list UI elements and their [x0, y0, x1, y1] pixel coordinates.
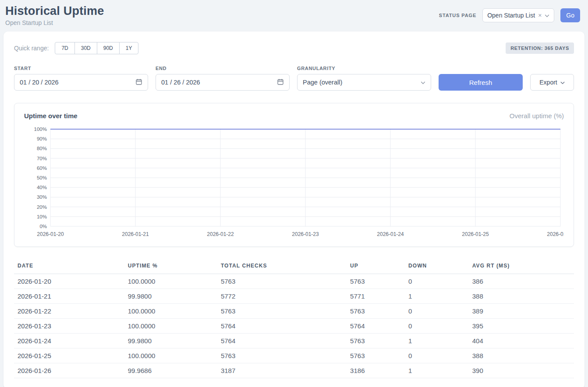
table-cell: 100.0000	[124, 274, 217, 289]
table-cell: 2026-01-20	[14, 274, 124, 289]
table-row: 2026-01-20100.0000576357630386	[14, 274, 574, 289]
page-header: Historical Uptime Open Startup List STAT…	[0, 0, 588, 31]
y-tick-label: 70%	[37, 156, 47, 161]
table-cell: 388	[469, 348, 574, 363]
table-cell: 5763	[347, 334, 405, 348]
page-title: Historical Uptime	[5, 4, 104, 18]
table-cell: 5772	[217, 289, 347, 304]
uptime-line-chart: 100%90%80%70%60%50%40%30%20%10%0%2026-01…	[24, 126, 564, 239]
y-tick-label: 0%	[39, 224, 47, 229]
column-header-up: UP	[347, 258, 405, 274]
y-tick-label: 60%	[37, 165, 47, 171]
table-header-row: DATEUPTIME %TOTAL CHECKSUPDOWNAVG RT (MS…	[14, 258, 574, 274]
table-cell: 386	[469, 274, 574, 289]
table-cell: 5763	[347, 274, 405, 289]
table-cell: 5763	[347, 348, 405, 363]
start-date-value: 01 / 20 / 2026	[20, 79, 59, 86]
table-cell: 5763	[217, 348, 347, 363]
y-tick-label: 50%	[37, 175, 47, 180]
table-cell: 2026-01-23	[14, 319, 124, 334]
end-date-field: END 01 / 26 / 2026	[156, 66, 290, 91]
table-cell: 5764	[217, 319, 347, 334]
table-cell: 99.9800	[124, 334, 217, 348]
table-cell: 99.9800	[124, 289, 217, 304]
table-cell: 5764	[217, 334, 347, 348]
status-page-select[interactable]: Open Startup List ×	[482, 8, 554, 22]
y-tick-label: 30%	[37, 194, 47, 200]
end-date-input[interactable]: 01 / 26 / 2026	[156, 74, 290, 91]
x-tick-label: 2026-01-24	[377, 231, 404, 237]
column-header-date: DATE	[14, 258, 124, 274]
y-tick-label: 100%	[34, 127, 47, 132]
calendar-icon[interactable]	[277, 78, 284, 87]
table-cell: 2026-01-25	[14, 348, 124, 363]
end-date-label: END	[156, 66, 290, 71]
granularity-value: Page (overall)	[303, 79, 342, 86]
export-button-label: Export	[539, 79, 557, 86]
start-date-field: START 01 / 20 / 2026	[14, 66, 148, 91]
filters-row: START 01 / 20 / 2026 END 01 / 26 / 2026 …	[14, 66, 574, 91]
quick-range-label: Quick range:	[14, 45, 49, 52]
y-tick-label: 10%	[37, 214, 47, 219]
table-cell: 100.0000	[124, 348, 217, 363]
y-tick-label: 80%	[37, 146, 47, 151]
calendar-icon[interactable]	[135, 78, 142, 87]
y-tick-label: 90%	[37, 136, 47, 141]
quick-range-1y[interactable]: 1Y	[119, 42, 139, 54]
table-row: 2026-01-2499.9800576457631404	[14, 334, 574, 348]
table-cell: 3186	[347, 363, 405, 378]
start-date-label: START	[14, 66, 148, 71]
table-cell: 388	[469, 289, 574, 304]
table-cell: 2026-01-24	[14, 334, 124, 348]
table-row: 2026-01-22100.0000576357630389	[14, 304, 574, 319]
table-cell: 0	[405, 348, 469, 363]
column-header-down: DOWN	[405, 258, 469, 274]
table-cell: 100.0000	[124, 319, 217, 334]
main-card: Quick range: 7D30D90D1Y RETENTION: 365 D…	[4, 32, 584, 387]
x-tick-label: 2026-01-21	[122, 231, 149, 237]
uptime-chart-card: Uptime over time Overall uptime (%) 100%…	[14, 103, 574, 247]
table-row: 2026-01-25100.0000576357630388	[14, 348, 574, 363]
column-header-uptime: UPTIME %	[124, 258, 217, 274]
export-button[interactable]: Export	[530, 74, 574, 91]
chart-title: Uptime over time	[24, 112, 78, 120]
table-cell: 5763	[347, 304, 405, 319]
start-date-input[interactable]: 01 / 20 / 2026	[14, 74, 148, 91]
quick-range-90d[interactable]: 90D	[97, 42, 120, 54]
chevron-down-icon	[421, 79, 425, 86]
end-date-value: 01 / 26 / 2026	[161, 79, 200, 86]
table-cell: 99.9686	[124, 363, 217, 378]
table-cell: 5763	[217, 304, 347, 319]
table-cell: 2026-01-22	[14, 304, 124, 319]
table-cell: 3187	[217, 363, 347, 378]
go-button[interactable]: Go	[560, 8, 580, 22]
table-cell: 2026-01-26	[14, 363, 124, 378]
x-tick-label: 2026-01-25	[462, 231, 489, 237]
x-tick-label: 2026-01-22	[207, 231, 234, 237]
title-block: Historical Uptime Open Startup List	[5, 4, 104, 26]
page-subtitle: Open Startup List	[5, 19, 104, 26]
granularity-label: GRANULARITY	[297, 66, 431, 71]
table-cell: 5763	[217, 274, 347, 289]
table-cell: 5764	[347, 319, 405, 334]
table-cell: 1	[405, 363, 469, 378]
uptime-table: DATEUPTIME %TOTAL CHECKSUPDOWNAVG RT (MS…	[14, 258, 574, 378]
table-cell: 395	[469, 319, 574, 334]
table-row: 2026-01-2699.9686318731861390	[14, 363, 574, 378]
table-cell: 1	[405, 334, 469, 348]
granularity-field: GRANULARITY Page (overall)	[297, 66, 431, 91]
y-tick-label: 40%	[37, 185, 47, 190]
clear-selection-icon[interactable]: ×	[538, 12, 542, 18]
table-cell: 100.0000	[124, 304, 217, 319]
x-tick-label: 2026-01-26	[547, 231, 564, 237]
table-row: 2026-01-2199.9800577257711388	[14, 289, 574, 304]
granularity-select[interactable]: Page (overall)	[297, 74, 431, 91]
quick-range-7d[interactable]: 7D	[55, 42, 74, 54]
column-header-total-checks: TOTAL CHECKS	[217, 258, 347, 274]
quick-range-group: 7D30D90D1Y	[55, 42, 138, 54]
refresh-button[interactable]: Refresh	[439, 74, 523, 91]
table-cell: 5771	[347, 289, 405, 304]
quick-range-row: Quick range: 7D30D90D1Y RETENTION: 365 D…	[14, 42, 574, 54]
x-tick-label: 2026-01-20	[37, 231, 64, 237]
quick-range-30d[interactable]: 30D	[74, 42, 97, 54]
